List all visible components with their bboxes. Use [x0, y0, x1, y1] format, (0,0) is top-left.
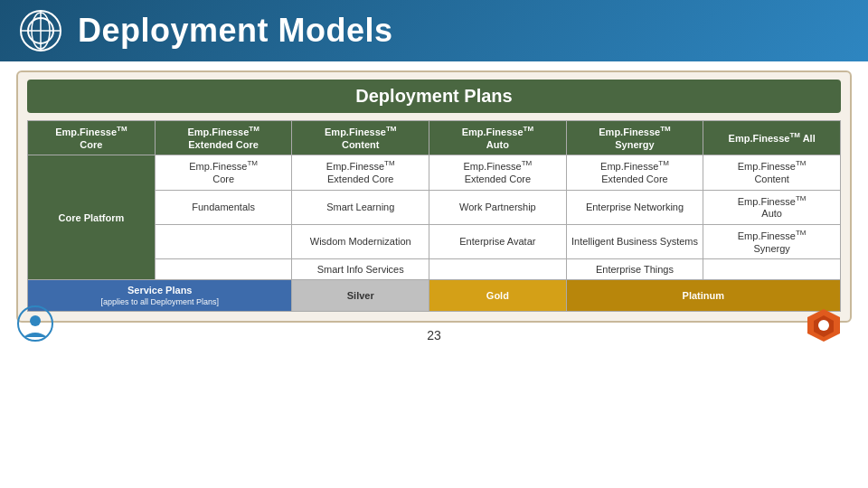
cell-r1c6: Emp.FinesseTMContent: [703, 155, 841, 190]
service-plans-sublabel: [applies to all Deployment Plans]: [31, 297, 288, 308]
footer: 23: [16, 328, 852, 343]
cell-r2c3: Smart Learning: [292, 190, 429, 224]
service-plans-label: Service Plans: [127, 285, 193, 296]
cell-r1c3: Emp.FinesseTMExtended Core: [292, 155, 429, 190]
footer-logo-right-icon: [805, 306, 843, 344]
cell-r4c3: Smart Info Services: [292, 259, 429, 280]
col-header-synergy: Emp.FinesseTMSynergy: [566, 121, 703, 155]
plans-table: Emp.FinesseTMCore Emp.FinesseTMExtended …: [27, 120, 841, 312]
platinum-cell: Platinum: [566, 280, 840, 312]
cell-r4c4: [429, 259, 567, 280]
col-header-all: Emp.FinesseTM All: [703, 121, 841, 155]
cell-r1c4: Emp.FinesseTMExtended Core: [429, 155, 567, 190]
header: Deployment Models: [0, 0, 868, 61]
cell-r4c2: [155, 259, 292, 280]
cell-r3c4: Enterprise Avatar: [429, 224, 567, 258]
cell-r3c3: Wisdom Modernization: [292, 224, 429, 258]
main-content: Deployment Plans Emp.FinesseTMCore Emp.F…: [0, 61, 868, 350]
cell-r2c6: Emp.FinesseTMAuto: [703, 190, 841, 224]
cell-r4c5: Enterprise Things: [566, 259, 703, 280]
gold-cell: Gold: [429, 280, 567, 312]
deployment-plans-title: Deployment Plans: [27, 80, 841, 113]
svg-point-6: [30, 315, 41, 326]
svg-point-9: [818, 320, 829, 331]
cell-r2c2: Fundamentals: [155, 190, 292, 224]
cell-r2c4: Work Partnership: [429, 190, 567, 224]
service-plans-cell: Service Plans [applies to all Deployment…: [28, 280, 292, 312]
header-logo-icon: [18, 8, 63, 53]
core-platform-label: Core Platform: [28, 155, 156, 280]
cell-r3c5: Intelligent Business Systems: [566, 224, 703, 258]
page-number: 23: [16, 328, 852, 343]
footer-logo-left-icon: [16, 305, 54, 343]
cell-r1c2: Emp.FinesseTMCore: [155, 155, 292, 190]
cell-r4c6: [703, 259, 841, 280]
silver-cell: Silver: [292, 280, 429, 312]
col-header-extended-core: Emp.FinesseTMExtended Core: [155, 121, 292, 155]
deployment-plans-container: Deployment Plans Emp.FinesseTMCore Emp.F…: [16, 70, 852, 323]
cell-r3c6: Emp.FinesseTMSynergy: [703, 224, 841, 258]
col-header-auto: Emp.FinesseTMAuto: [429, 121, 567, 155]
cell-r2c5: Enterprise Networking: [566, 190, 703, 224]
col-header-content: Emp.FinesseTMContent: [292, 121, 429, 155]
cell-r3c2: [155, 224, 292, 258]
page-title: Deployment Models: [78, 12, 393, 50]
col-header-core: Emp.FinesseTMCore: [28, 121, 156, 155]
cell-r1c5: Emp.FinesseTMExtended Core: [566, 155, 703, 190]
